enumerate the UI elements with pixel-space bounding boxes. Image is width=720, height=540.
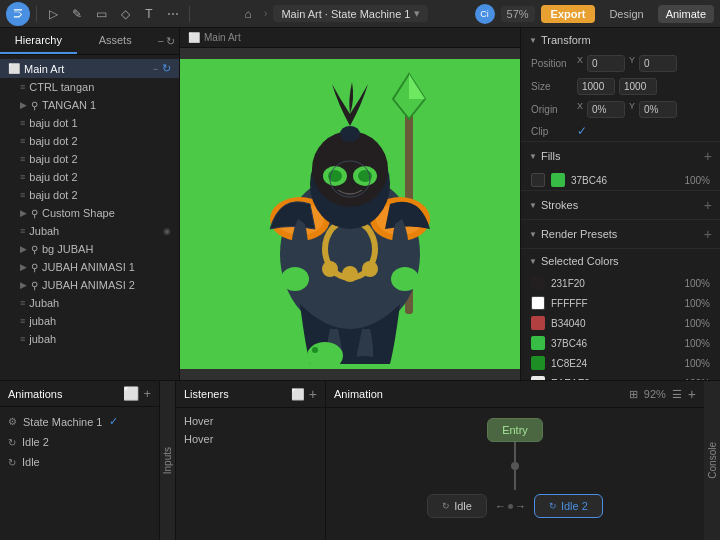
animations-folder-icon[interactable]: ⬜	[123, 386, 139, 401]
idle-node-1[interactable]: ↻ Idle	[427, 494, 487, 518]
render-presets-add-icon[interactable]: +	[704, 226, 712, 242]
idle-nodes-row: ↻ Idle ← → ↻ Idle 2	[427, 494, 603, 518]
size-label: Size	[531, 81, 571, 92]
hierarchy-item-baju2[interactable]: ≡ baju dot 2	[0, 132, 179, 150]
selected-colors-header[interactable]: ▼ Selected Colors	[521, 249, 720, 273]
anim-item-idle[interactable]: ↻ Idle	[0, 452, 159, 472]
export-button[interactable]: Export	[541, 5, 596, 23]
listener-item-hover2[interactable]: Hover	[184, 430, 317, 448]
hierarchy-item-label: CTRL tangan	[29, 81, 171, 93]
hierarchy-item-jubah3[interactable]: ≡ jubah	[0, 312, 179, 330]
size-w-input[interactable]	[577, 78, 615, 95]
listener-item-hover1[interactable]: Hover	[184, 412, 317, 430]
pen-tool[interactable]: ✎	[67, 4, 87, 24]
state-machine-canvas[interactable]: Entry ↻ Idle ← →	[326, 408, 704, 540]
animate-tab[interactable]: Animate	[658, 5, 714, 23]
transform-header[interactable]: ▼ Transform	[521, 28, 720, 52]
render-presets-header[interactable]: ▼ Render Presets +	[521, 220, 720, 248]
hierarchy-search-icon[interactable]: −	[158, 35, 164, 47]
fills-type-swatch[interactable]	[531, 173, 545, 187]
tab-assets[interactable]: Assets	[77, 28, 154, 54]
inputs-tab[interactable]: Inputs	[160, 381, 176, 540]
listeners-plus-icon[interactable]: +	[309, 386, 317, 402]
bottom-section: Animations ⬜ + ⚙ State Machine 1 ✓ ↻ Idl…	[0, 380, 720, 540]
strokes-add-icon[interactable]: +	[704, 197, 712, 213]
hierarchy-item-baju4[interactable]: ≡ baju dot 2	[0, 168, 179, 186]
hierarchy-add-icon[interactable]: ↻	[166, 35, 175, 48]
home-icon[interactable]: ⌂	[238, 4, 258, 24]
idle-node-2[interactable]: ↻ Idle 2	[534, 494, 603, 518]
origin-y-input[interactable]	[639, 101, 677, 118]
tl-add-icon[interactable]: +	[688, 386, 696, 402]
hierarchy-item-jubah4[interactable]: ≡ jubah	[0, 330, 179, 348]
tl-menu-icon: ☰	[672, 388, 682, 401]
color-swatch-2[interactable]	[531, 316, 545, 330]
rect-tool[interactable]: ▭	[91, 4, 111, 24]
expand-icon: ▶	[20, 100, 27, 110]
color-hex-2: B34040	[551, 318, 678, 329]
origin-x-input[interactable]	[587, 101, 625, 118]
svg-point-11	[342, 266, 358, 282]
node-tool[interactable]: ◇	[115, 4, 135, 24]
file-label[interactable]: Main Art · State Machine 1 ▾	[273, 5, 428, 22]
fills-section: ▼ Fills + 37BC46 100%	[521, 142, 720, 191]
right-arrow-icon: →	[515, 500, 526, 512]
render-presets-section: ▼ Render Presets +	[521, 220, 720, 249]
user-avatar[interactable]: Ci	[475, 4, 495, 24]
design-tab[interactable]: Design	[601, 5, 651, 23]
hierarchy-item-tangan1[interactable]: ▶ ⚲ TANGAN 1	[0, 96, 179, 114]
fills-color-swatch[interactable]	[551, 173, 565, 187]
animations-panel: Animations ⬜ + ⚙ State Machine 1 ✓ ↻ Idl…	[0, 381, 160, 540]
zoom-level[interactable]: 57%	[501, 6, 535, 22]
hierarchy-item-ctrl-tangan[interactable]: ≡ CTRL tangan	[0, 78, 179, 96]
hierarchy-item-label: Jubah	[29, 225, 159, 237]
text-tool[interactable]: T	[139, 4, 159, 24]
position-y-input[interactable]	[639, 55, 677, 72]
color-row-2: B34040 100%	[521, 313, 720, 333]
listeners-header: Listeners ⬜ +	[176, 381, 325, 408]
fills-hex[interactable]: 37BC46	[571, 175, 678, 186]
hierarchy-item-baju5[interactable]: ≡ baju dot 2	[0, 186, 179, 204]
arrow-tool[interactable]: ▷	[43, 4, 63, 24]
console-tab[interactable]: Console	[704, 381, 720, 540]
hierarchy-item-baju3[interactable]: ≡ baju dot 2	[0, 150, 179, 168]
color-swatch-0[interactable]	[531, 276, 545, 290]
hierarchy-item-label: Jubah	[29, 297, 171, 309]
color-swatch-5[interactable]	[531, 376, 545, 380]
color-swatch-1[interactable]	[531, 296, 545, 310]
animations-list: ⚙ State Machine 1 ✓ ↻ Idle 2 ↻ Idle	[0, 407, 159, 540]
animations-add-icon[interactable]: +	[143, 386, 151, 401]
hierarchy-item-bg-jubah[interactable]: ▶ ⚲ bg JUBAH	[0, 240, 179, 258]
anim-item-idle2[interactable]: ↻ Idle 2	[0, 432, 159, 452]
listeners-add-icon[interactable]: ⬜	[291, 388, 305, 401]
hierarchy-item-custom-shape[interactable]: ▶ ⚲ Custom Shape	[0, 204, 179, 222]
hierarchy-item-jubah-anim2[interactable]: ▶ ⚲ JUBAH ANIMASI 2	[0, 276, 179, 294]
hierarchy-item-jubah-anim1[interactable]: ▶ ⚲ JUBAH ANIMASI 1	[0, 258, 179, 276]
more-tool[interactable]: ⋯	[163, 4, 183, 24]
position-x-input[interactable]	[587, 55, 625, 72]
strokes-header[interactable]: ▼ Strokes +	[521, 191, 720, 219]
entry-node[interactable]: Entry	[487, 418, 543, 442]
color-hex-4: 1C8E24	[551, 358, 678, 369]
fills-add-icon[interactable]: +	[704, 148, 712, 164]
size-h-input[interactable]	[619, 78, 657, 95]
layer-icon: ≡	[20, 316, 25, 326]
color-hex-3: 37BC46	[551, 338, 678, 349]
y-label: Y	[629, 55, 635, 72]
hierarchy-item-baju1[interactable]: ≡ baju dot 1	[0, 114, 179, 132]
hierarchy-item-jubah[interactable]: ≡ Jubah ◉	[0, 222, 179, 240]
hierarchy-item-jubah2[interactable]: ≡ Jubah	[0, 294, 179, 312]
rive-logo[interactable]	[6, 2, 30, 26]
anim-item-state-machine-1[interactable]: ⚙ State Machine 1 ✓	[0, 411, 159, 432]
color-swatch-4[interactable]	[531, 356, 545, 370]
hierarchy-item-label: baju dot 2	[29, 135, 171, 147]
tab-hierarchy[interactable]: Hierarchy	[0, 28, 77, 54]
clip-check[interactable]: ✓	[577, 124, 587, 138]
fills-header[interactable]: ▼ Fills +	[521, 142, 720, 170]
strokes-title: Strokes	[541, 199, 578, 211]
canvas-container[interactable]	[180, 48, 520, 380]
color-hex-0: 231F20	[551, 278, 678, 289]
transform-title: Transform	[541, 34, 591, 46]
color-swatch-3[interactable]	[531, 336, 545, 350]
hierarchy-item-main-art[interactable]: ⬜ Main Art − ↻	[0, 59, 179, 78]
